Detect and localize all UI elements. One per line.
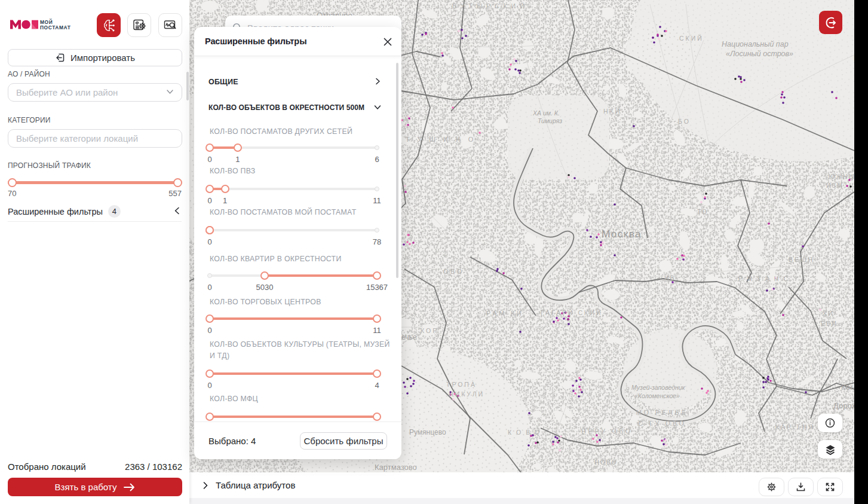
svg-text:«Коломенское»: «Коломенское» xyxy=(634,392,680,399)
svg-text:Тимиряз: Тимиряз xyxy=(538,117,562,124)
svg-text:ВЕШН: ВЕШН xyxy=(789,256,814,263)
svg-text:БУТЫРСКИЙ: БУТЫРСКИЙ xyxy=(452,2,529,10)
svg-text:МО РЕЧЬЕ: МО РЕЧЬЕ xyxy=(636,409,688,416)
svg-text:Национальный пар: Национальный пар xyxy=(722,40,789,48)
svg-text:НКИ: НКИ xyxy=(603,108,621,115)
svg-text:ТУШИНО: ТУШИНО xyxy=(406,136,481,143)
svg-text:ЮЖНЫ: ЮЖНЫ xyxy=(829,173,854,180)
svg-text:ЕБИ: ЕБИ xyxy=(821,320,837,327)
svg-text:РЯЗАНС: РЯЗАНС xyxy=(738,275,793,282)
svg-text:НИКУЛИ: НИКУЛИ xyxy=(449,390,484,398)
svg-text:«Лосиный остров»: «Лосиный остров» xyxy=(726,50,793,58)
svg-text:Дорохово: Дорохово xyxy=(833,401,854,410)
svg-text:ечье: ечье xyxy=(401,333,417,341)
svg-text:БО: БО xyxy=(678,118,691,125)
svg-text:Румянцево: Румянцево xyxy=(409,428,446,436)
svg-text:НЕРУ ОВО: НЕРУ ОВО xyxy=(581,427,633,435)
svg-text:СКИЙ: СКИЙ xyxy=(679,35,704,42)
svg-text:ТРОПА: ТРОПА xyxy=(446,381,477,388)
svg-text:ИЗМ: ИЗМ xyxy=(826,182,844,189)
svg-text:Музей-заповедник: Музей-заповедник xyxy=(631,384,686,391)
svg-text:ПОСТАМАТ: ПОСТАМАТ xyxy=(40,25,71,30)
svg-text:Вос: Вос xyxy=(854,54,854,63)
svg-text:Картмазово: Картмазово xyxy=(375,463,417,472)
svg-text:ХА им. К.: ХА им. К. xyxy=(532,109,560,117)
svg-text:ГАГАРИ СКИЙ: ГАГАРИ СКИЙ xyxy=(541,309,602,316)
svg-text:Москва: Москва xyxy=(602,228,642,240)
svg-text:КОР: КОР xyxy=(421,327,438,334)
svg-text:ОВО: ОВО xyxy=(443,268,464,275)
svg-text:ХИ: ХИ xyxy=(823,310,834,317)
svg-text:ТО: ТО xyxy=(697,208,708,215)
svg-text:КОВО: КОВО xyxy=(508,429,544,436)
svg-text:КАР ТНЯ: КАР ТНЯ xyxy=(775,423,815,430)
svg-text:ИВ: ИВ xyxy=(664,274,676,282)
svg-text:С ГУ ОВО: С ГУ ОВО xyxy=(638,420,686,427)
svg-text:Кот: Кот xyxy=(841,383,854,392)
svg-text:РАМ КИ: РАМ КИ xyxy=(486,310,524,317)
svg-text:НОВО: НОВО xyxy=(594,459,618,466)
